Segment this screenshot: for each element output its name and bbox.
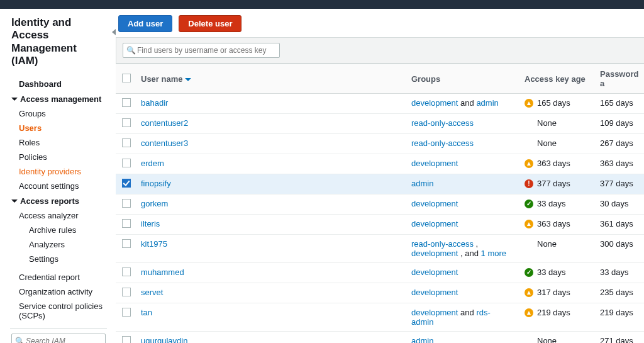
group-link[interactable]: development xyxy=(411,267,458,277)
user-link[interactable]: servet xyxy=(141,288,163,297)
group-link[interactable]: development xyxy=(411,199,458,208)
nav-roles[interactable]: Roles xyxy=(11,135,106,150)
checkbox-icon xyxy=(122,74,131,82)
access-key-age-value: 363 days xyxy=(537,219,570,228)
table-row: contentuser2read-only-accessNone109 days xyxy=(116,114,644,134)
nav-access-analyzer[interactable]: Access analyzer xyxy=(11,208,106,223)
access-key-age-cell: None xyxy=(518,235,594,263)
row-checkbox[interactable] xyxy=(122,179,131,188)
delete-user-button[interactable]: Delete user xyxy=(179,15,242,32)
table-row: ilterisdevelopment▲363 days361 days xyxy=(116,215,644,235)
access-key-age-cell: ✓33 days xyxy=(518,194,594,215)
access-key-age-value: None xyxy=(537,336,557,343)
group-link[interactable]: read-only-access xyxy=(411,118,474,128)
row-checkbox[interactable] xyxy=(122,308,131,317)
user-link[interactable]: kit1975 xyxy=(141,239,167,249)
row-checkbox[interactable] xyxy=(122,118,131,127)
table-row: kit1975read-only-access , development , … xyxy=(116,235,644,263)
col-groups[interactable]: Groups xyxy=(405,64,518,94)
group-link[interactable]: development xyxy=(411,249,458,258)
row-checkbox[interactable] xyxy=(122,219,131,228)
nav-policies[interactable]: Policies xyxy=(11,150,106,164)
user-link[interactable]: gorkem xyxy=(141,199,168,208)
caret-down-icon xyxy=(11,200,18,203)
group-link[interactable]: development xyxy=(411,308,458,317)
main-content: Add user Delete user 🔍 User name Groups … xyxy=(116,9,644,343)
group-link[interactable]: development xyxy=(411,98,458,108)
user-link[interactable]: ugurgulaydin xyxy=(141,336,187,343)
row-checkbox[interactable] xyxy=(122,288,131,296)
user-link[interactable]: bahadir xyxy=(141,98,168,108)
nav-archive-rules[interactable]: Archive rules xyxy=(11,223,106,237)
user-filter-input[interactable] xyxy=(123,43,280,58)
access-key-age-cell: ▲363 days xyxy=(518,154,594,174)
caret-down-icon xyxy=(11,98,18,101)
nav-users[interactable]: Users xyxy=(11,121,106,135)
sidebar-search-input[interactable] xyxy=(11,334,106,343)
password-age-value: 271 days xyxy=(594,332,644,344)
nav-organization-activity[interactable]: Organization activity xyxy=(11,284,106,299)
group-link[interactable]: admin xyxy=(476,98,498,108)
user-link[interactable]: ilteris xyxy=(141,219,160,228)
group-link[interactable]: development xyxy=(411,288,458,297)
group-link[interactable]: 1 more xyxy=(481,249,506,258)
col-access-key-age[interactable]: Access key age xyxy=(518,64,594,94)
access-key-age-cell: ▲363 days xyxy=(518,215,594,235)
nav-analyzers[interactable]: Analyzers xyxy=(11,237,106,252)
password-age-value: 300 days xyxy=(594,235,644,263)
access-key-age-value: None xyxy=(537,138,557,148)
row-checkbox[interactable] xyxy=(122,239,131,248)
group-link[interactable]: development xyxy=(411,219,458,228)
group-link[interactable]: admin xyxy=(411,336,433,343)
table-row: bahadirdevelopment and admin▲165 days165… xyxy=(116,94,644,114)
sort-asc-icon xyxy=(185,78,191,81)
select-all-header[interactable] xyxy=(116,64,135,94)
row-checkbox[interactable] xyxy=(122,138,131,147)
user-link[interactable]: contentuser3 xyxy=(141,138,188,148)
nav-dashboard[interactable]: Dashboard xyxy=(11,77,106,91)
nav-section-access-reports[interactable]: Access reports xyxy=(11,193,106,208)
group-link[interactable]: read-only-access xyxy=(411,138,474,148)
nav-credential-report[interactable]: Credential report xyxy=(11,270,106,284)
warn-icon: ▲ xyxy=(525,308,533,317)
warn-icon: ▲ xyxy=(525,288,533,297)
row-checkbox[interactable] xyxy=(122,159,131,167)
password-age-value: 361 days xyxy=(594,215,644,235)
groups-cell: read-only-access , development , and 1 m… xyxy=(405,235,518,263)
add-user-button[interactable]: Add user xyxy=(118,15,172,32)
access-key-age-cell: None xyxy=(518,114,594,134)
table-row: erdemdevelopment▲363 days363 days xyxy=(116,154,644,174)
user-link[interactable]: contentuser2 xyxy=(141,118,188,128)
row-checkbox[interactable] xyxy=(122,267,131,276)
password-age-value: 363 days xyxy=(594,154,644,174)
good-icon: ✓ xyxy=(525,200,533,208)
access-key-age-value: 317 days xyxy=(537,288,570,297)
user-link[interactable]: finopsify xyxy=(141,179,171,188)
row-checkbox[interactable] xyxy=(122,336,131,343)
groups-cell: admin xyxy=(405,332,518,344)
groups-cell: read-only-access xyxy=(405,134,518,154)
table-row: muhammeddevelopment✓33 days33 days xyxy=(116,263,644,283)
table-row: contentuser3read-only-accessNone267 days xyxy=(116,134,644,154)
group-link[interactable]: read-only-access xyxy=(411,239,474,249)
user-link[interactable]: muhammed xyxy=(141,267,184,277)
nav-scps[interactable]: Service control policies (SCPs) xyxy=(11,299,106,323)
col-password-age[interactable]: Password a xyxy=(594,64,644,94)
nav-groups[interactable]: Groups xyxy=(11,106,106,121)
user-link[interactable]: tan xyxy=(141,308,152,317)
password-age-value: 165 days xyxy=(594,94,644,114)
user-link[interactable]: erdem xyxy=(141,159,164,168)
nav-settings[interactable]: Settings xyxy=(11,252,106,266)
search-icon: 🔍 xyxy=(126,46,136,55)
nav-account-settings[interactable]: Account settings xyxy=(11,179,106,193)
nav-section-access-management[interactable]: Access management xyxy=(11,91,106,106)
row-checkbox[interactable] xyxy=(122,199,131,208)
nav-identity-providers[interactable]: Identity providers xyxy=(11,164,106,179)
group-link[interactable]: development xyxy=(411,159,458,168)
access-key-age-cell: ✓33 days xyxy=(518,263,594,283)
row-checkbox[interactable] xyxy=(122,98,131,107)
groups-cell: read-only-access xyxy=(405,114,518,134)
group-link[interactable]: admin xyxy=(411,179,433,188)
sidebar-search: 🔍 xyxy=(11,334,106,343)
col-user-name[interactable]: User name xyxy=(135,64,405,94)
